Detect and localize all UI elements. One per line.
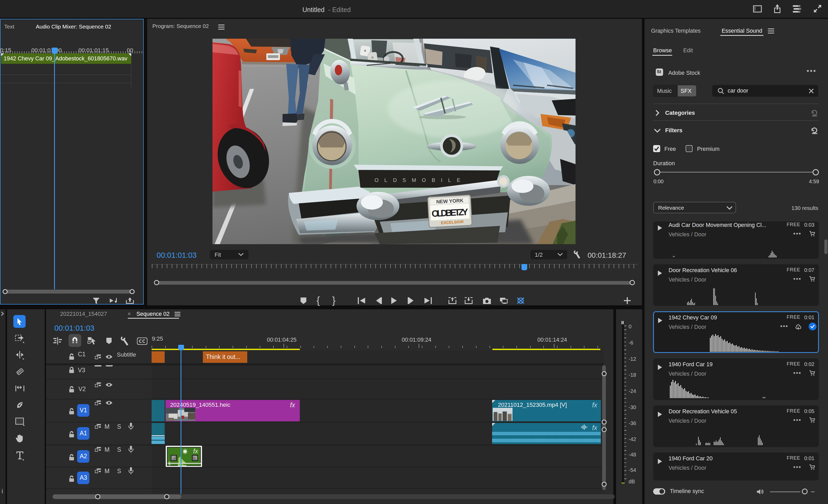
svg-text:OLDSMOBILE: OLDSMOBILE [375, 177, 466, 183]
svg-text:OLDBETZY: OLDBETZY [431, 207, 468, 218]
